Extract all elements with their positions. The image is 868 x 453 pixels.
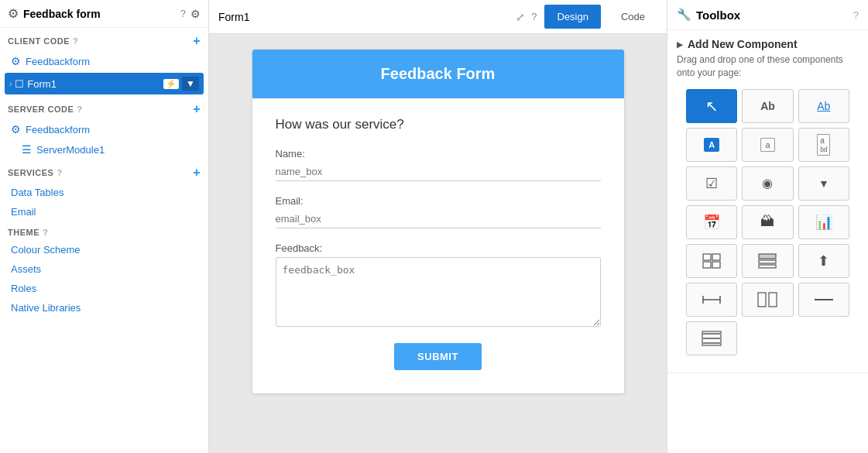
sidebar-header: ⚙ Feedback form ? ⚙ [0, 0, 208, 28]
services-help-icon[interactable]: ? [57, 168, 62, 177]
component-radio[interactable]: ◉ [742, 166, 793, 201]
data-grid-2-icon [758, 253, 777, 269]
expand-icon[interactable]: ⤢ [516, 11, 525, 23]
email-input[interactable] [276, 210, 601, 228]
svg-rect-2 [703, 262, 711, 268]
component-pointer[interactable]: ↖ [686, 89, 737, 123]
data-tables-label: Data Tables [11, 187, 63, 198]
textbox-multi-icon: abd [817, 134, 830, 156]
component-file-upload[interactable]: ⬆ [798, 244, 849, 278]
component-image[interactable]: 🏔 [742, 205, 793, 239]
label-link-icon: Ab [817, 100, 830, 112]
image-icon: 🏔 [760, 214, 774, 230]
component-textbox-multi[interactable]: abd [798, 128, 849, 162]
app-help-icon[interactable]: ? [180, 8, 186, 19]
add-new-triangle-icon: ▶ [677, 40, 683, 49]
app-title: Feedback form [23, 8, 176, 20]
component-label[interactable]: Ab [742, 89, 793, 123]
component-data-grid[interactable] [686, 244, 737, 278]
app-settings-icon[interactable]: ⚙ [190, 8, 201, 20]
sidebar-item-feedbackform-server[interactable]: ⚙ Feedbackform [0, 119, 208, 139]
component-chart[interactable]: 📊 [798, 205, 849, 239]
toolbox-wrench-icon: 🔧 [677, 8, 691, 22]
center-form-title: Form1 [218, 11, 508, 23]
component-textbox[interactable]: a [742, 128, 793, 162]
component-separator[interactable] [798, 283, 849, 317]
client-code-section: CLIENT CODE ? + [0, 28, 208, 51]
add-new-label: Add New Component [688, 38, 798, 50]
sidebar-item-servermodule1[interactable]: ☰ ServerModule1 [0, 139, 208, 160]
form1-label: Form1 [27, 78, 160, 90]
submit-row: SUBMIT [276, 343, 601, 370]
spacer-icon [702, 294, 722, 305]
component-repeating-panel[interactable] [686, 321, 737, 355]
services-label: SERVICES [8, 168, 53, 177]
svg-rect-3 [712, 262, 720, 268]
date-picker-icon: 📅 [703, 214, 720, 231]
sidebar-item-roles[interactable]: Roles [0, 279, 208, 298]
tab-design-button[interactable]: Design [544, 5, 600, 29]
sidebar-item-colour-scheme[interactable]: Colour Scheme [0, 240, 208, 259]
add-new-title: ▶ Add New Component [677, 38, 859, 50]
form1-chevron-icon: › [9, 80, 12, 88]
form1-lightning-icon[interactable]: ⚡ [163, 79, 179, 89]
app-icon: ⚙ [8, 6, 19, 21]
data-grid-icon [702, 253, 721, 269]
sidebar-item-form1[interactable]: › ☐ Form1 ⚡ ▼ [5, 73, 204, 94]
server-code-add-icon[interactable]: + [193, 102, 201, 116]
client-code-add-icon[interactable]: + [193, 34, 201, 48]
tab-code-button[interactable]: Code [609, 5, 657, 29]
svg-rect-5 [759, 260, 776, 263]
sidebar-item-email[interactable]: Email [0, 202, 208, 221]
component-columns[interactable] [742, 283, 793, 317]
svg-rect-11 [769, 293, 777, 307]
services-add-icon[interactable]: + [193, 166, 201, 180]
toolbox-help-icon[interactable]: ? [853, 9, 859, 21]
client-code-label: CLIENT CODE [8, 36, 70, 46]
cursor-icon: ↖ [705, 97, 719, 115]
feedbackform-client-icon: ⚙ [11, 55, 21, 67]
center-help-icon[interactable]: ? [531, 11, 537, 22]
theme-label: THEME [8, 228, 39, 237]
feedbackform-server-label: Feedbackform [26, 124, 90, 136]
svg-rect-6 [759, 265, 776, 268]
chart-icon: 📊 [815, 214, 832, 231]
add-new-component-section: ▶ Add New Component Drag and drop one of… [667, 30, 868, 373]
add-new-desc: Drag and drop one of these components on… [677, 53, 859, 80]
submit-button[interactable]: SUBMIT [394, 343, 482, 370]
component-spacer[interactable] [686, 283, 737, 317]
name-input[interactable] [276, 163, 601, 181]
form1-icon: ☐ [15, 78, 24, 90]
file-upload-icon: ⬆ [818, 252, 829, 269]
server-code-help-icon[interactable]: ? [77, 105, 82, 114]
sidebar-item-data-tables[interactable]: Data Tables [0, 183, 208, 202]
sidebar-item-assets[interactable]: Assets [0, 259, 208, 279]
form-banner: Feedback Form [252, 50, 624, 98]
feedback-textarea[interactable] [276, 257, 601, 327]
component-data-grid-2[interactable] [742, 244, 793, 278]
sidebar-item-native-libraries[interactable]: Native Libraries [0, 298, 208, 317]
textbox-icon: a [760, 138, 774, 152]
server-code-label: SERVER CODE [8, 105, 74, 114]
form-body: How was our service? Name: Email: Feedba… [252, 98, 624, 393]
component-label-link[interactable]: Ab [798, 89, 849, 123]
email-field-label: Email: [276, 195, 601, 207]
email-label: Email [11, 206, 36, 218]
services-section: SERVICES ? + [0, 160, 208, 183]
svg-rect-10 [758, 293, 766, 307]
form-field-email: Email: [276, 195, 601, 228]
sidebar-item-feedbackform-client[interactable]: ⚙ Feedbackform [0, 51, 208, 71]
form1-dropdown-icon[interactable]: ▼ [182, 77, 199, 91]
component-button[interactable]: A [686, 128, 737, 162]
dropdown-icon: ▼ [818, 177, 829, 190]
center-header: Form1 ⤢ ? Design Code [209, 0, 667, 34]
component-dropdown[interactable]: ▼ [798, 166, 849, 201]
component-date-picker[interactable]: 📅 [686, 205, 737, 239]
toolbox-header: 🔧 Toolbox ? [667, 0, 868, 30]
feedbackform-client-label: Feedbackform [26, 56, 90, 67]
client-code-help-icon[interactable]: ? [73, 36, 78, 46]
theme-help-icon[interactable]: ? [43, 228, 48, 237]
native-libraries-label: Native Libraries [11, 302, 81, 314]
component-checkbox[interactable]: ☑ [686, 166, 737, 201]
toolbox-title: Toolbox [696, 9, 849, 22]
